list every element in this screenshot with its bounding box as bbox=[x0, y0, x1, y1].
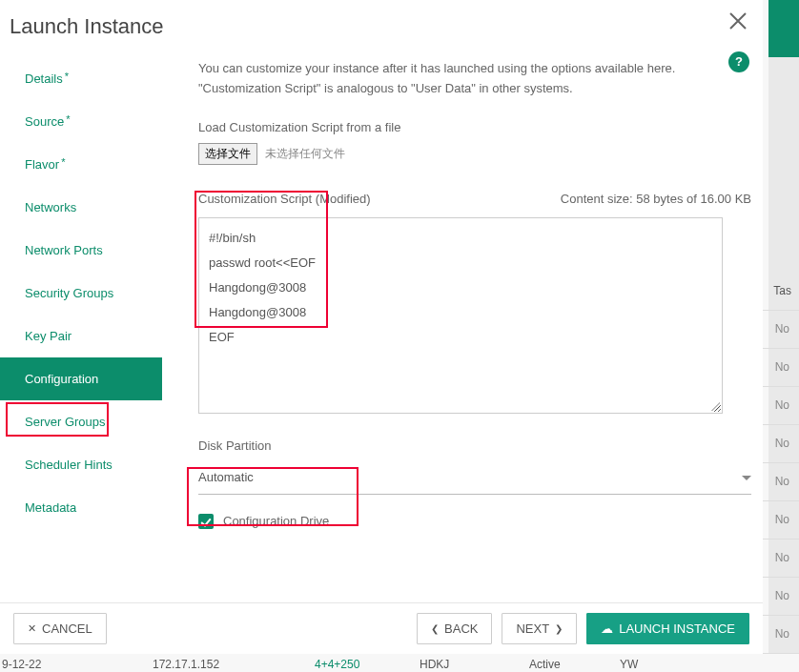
content-size: Content size: 58 bytes of 16.00 KB bbox=[561, 190, 751, 210]
sidebar-item-key-pair[interactable]: Key Pair bbox=[0, 315, 162, 357]
modal-footer: CANCEL BACK NEXT LAUNCH INSTANCE bbox=[0, 602, 763, 654]
modal-title: Launch Instance bbox=[10, 14, 163, 39]
customization-script-input[interactable]: #!/bin/sh passwd root<<EOF Hangdong@3008… bbox=[198, 217, 723, 414]
sidebar-item-scheduler-hints[interactable]: Scheduler Hints bbox=[0, 443, 162, 486]
config-drive-checkbox[interactable] bbox=[198, 514, 214, 529]
configuration-panel: You can customize your instance after it… bbox=[198, 59, 751, 532]
launch-instance-modal: Launch Instance ? Details* Source* Flavo… bbox=[0, 0, 763, 654]
config-drive-label: Configuration Drive bbox=[223, 512, 329, 532]
next-button[interactable]: NEXT bbox=[502, 613, 577, 644]
sidebar-item-configuration[interactable]: Configuration bbox=[0, 357, 162, 400]
wizard-sidebar: Details* Source* Flavor* Networks Networ… bbox=[0, 57, 162, 529]
sidebar-item-security-groups[interactable]: Security Groups bbox=[0, 272, 162, 315]
choose-file-button[interactable]: 选择文件 bbox=[198, 143, 257, 165]
sidebar-item-networks[interactable]: Networks bbox=[0, 186, 162, 229]
disk-partition-select[interactable]: Automatic bbox=[198, 468, 751, 495]
file-status: 未选择任何文件 bbox=[265, 147, 345, 160]
disk-partition-value: Automatic bbox=[198, 468, 254, 488]
sidebar-item-network-ports[interactable]: Network Ports bbox=[0, 229, 162, 272]
launch-instance-button[interactable]: LAUNCH INSTANCE bbox=[586, 613, 749, 644]
sidebar-item-flavor[interactable]: Flavor* bbox=[0, 143, 162, 186]
sidebar-item-source[interactable]: Source* bbox=[0, 100, 162, 143]
intro-text: You can customize your instance after it… bbox=[198, 59, 751, 99]
sidebar-item-server-groups[interactable]: Server Groups bbox=[0, 400, 162, 443]
chevron-down-icon bbox=[742, 476, 751, 480]
script-label: Customization Script (Modified) bbox=[198, 190, 371, 210]
disk-partition-label: Disk Partition bbox=[198, 437, 751, 457]
cancel-button[interactable]: CANCEL bbox=[13, 613, 107, 644]
sidebar-item-metadata[interactable]: Metadata bbox=[0, 486, 162, 529]
sidebar-item-details[interactable]: Details* bbox=[0, 57, 162, 100]
back-button[interactable]: BACK bbox=[417, 613, 492, 644]
close-button[interactable] bbox=[727, 10, 749, 32]
load-script-label: Load Customization Script from a file bbox=[198, 118, 751, 138]
